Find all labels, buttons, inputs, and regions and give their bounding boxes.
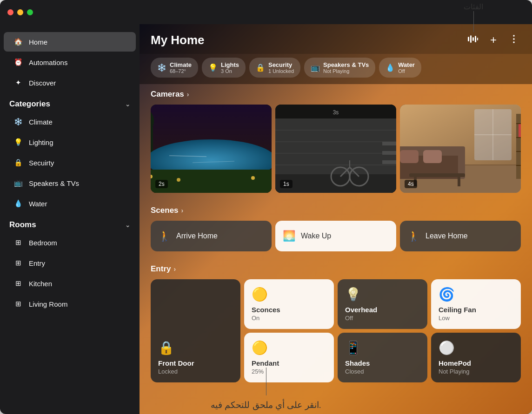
categories-header[interactable]: Categories ⌄	[0, 93, 140, 112]
sidebar-item-entry[interactable]: ⊞ Entry	[4, 253, 136, 273]
entry-grid: 🔒 Front Door Locked 🟡 Sconces	[151, 279, 521, 394]
sconces-name: Sconces	[252, 306, 326, 314]
camera-2-indicator: 3s	[333, 109, 339, 116]
pendant-status: 25%	[252, 368, 326, 375]
svg-rect-36	[275, 105, 396, 193]
annotation-top-line	[473, 11, 474, 32]
svg-rect-45	[423, 150, 442, 163]
sidebar: 🏠 Home ⏰ Automations ✦ Discover Categori…	[0, 24, 140, 414]
snowflake-icon: ❄️	[13, 117, 23, 127]
camera-1[interactable]: 2s	[151, 105, 272, 193]
svg-point-5	[513, 35, 515, 37]
sidebar-item-automations[interactable]: ⏰ Automations	[4, 53, 136, 72]
shades-status: Closed	[345, 368, 420, 375]
clock-icon: ⏰	[13, 57, 23, 67]
rooms-chevron-icon: ⌄	[125, 222, 130, 229]
climate-pill-name: Climate	[170, 61, 192, 68]
overhead-name: Overhead	[345, 306, 420, 314]
svg-rect-44	[400, 150, 419, 163]
shades-name: Shades	[345, 359, 420, 367]
svg-rect-50	[516, 123, 521, 124]
front-door-name: Front Door	[158, 359, 233, 367]
scenes-label: Scenes	[151, 206, 179, 215]
sconces-card[interactable]: 🟡 Sconces On	[244, 279, 334, 329]
camera-2[interactable]: 3s 1s	[275, 105, 396, 193]
entry-label: Entry	[151, 264, 171, 274]
scenes-header[interactable]: Scenes ›	[151, 206, 521, 215]
leave-home-button[interactable]: 🚶 Leave Home	[400, 221, 521, 251]
wake-up-label: Wake Up	[301, 232, 331, 240]
pill-water[interactable]: 💧 Water Off	[379, 58, 421, 78]
scenes-row: 🚶 Arrive Home 🌅 Wake Up 🚶 Leave Home	[151, 221, 521, 251]
homepod-status: Not Playing	[439, 368, 513, 375]
sidebar-item-security-label: Secuirty	[29, 159, 54, 167]
lights-pill-icon: 💡	[208, 63, 218, 72]
shades-card[interactable]: 📱 Shades Closed	[338, 333, 427, 382]
cameras-header[interactable]: Cameras ›	[151, 90, 521, 99]
fan-icon: 🌀	[439, 287, 513, 302]
sidebar-item-lighting[interactable]: 💡 Lighting	[4, 132, 136, 152]
pill-speakers[interactable]: 📺 Speakers & TVs Not Playing	[304, 58, 375, 78]
svg-rect-48	[458, 177, 460, 186]
sidebar-item-kitchen[interactable]: ⊞ Kitchen	[4, 274, 136, 293]
homepod-card[interactable]: ⚪ HomePod Not Playing	[431, 333, 521, 382]
close-button[interactable]	[7, 9, 13, 15]
arrive-home-button[interactable]: 🚶 Arrive Home	[151, 221, 272, 251]
sidebar-item-home-label: Home	[29, 38, 47, 46]
sidebar-item-automations-label: Automations	[29, 59, 67, 66]
arrive-home-label: Arrive Home	[176, 232, 218, 240]
homepod-name: HomePod	[439, 359, 513, 367]
sidebar-item-bedroom[interactable]: ⊞ Bedroom	[4, 233, 136, 252]
cameras-label: Cameras	[151, 90, 184, 99]
sidebar-item-living-room[interactable]: ⊞ Living Room	[4, 294, 136, 314]
tv-icon: 📺	[13, 178, 23, 188]
svg-rect-46	[409, 173, 465, 177]
maximize-button[interactable]	[27, 9, 33, 15]
homepod-icon: ⚪	[439, 340, 513, 355]
svg-point-17	[251, 176, 255, 180]
waveform-button[interactable]	[466, 33, 480, 47]
ceiling-fan-card[interactable]: 🌀 Ceiling Fan Low	[431, 279, 521, 329]
sidebar-item-entry-label: Entry	[29, 259, 45, 267]
security-pill-name: Security	[268, 61, 294, 68]
sidebar-item-bedroom-label: Bedroom	[29, 239, 57, 247]
camera-row: 2s	[151, 105, 521, 193]
sidebar-item-security[interactable]: 🔒 Secuirty	[4, 153, 136, 172]
wake-up-button[interactable]: 🌅 Wake Up	[275, 221, 396, 251]
minimize-button[interactable]	[17, 9, 23, 15]
sidebar-item-lighting-label: Lighting	[29, 138, 53, 146]
front-door-status: Locked	[158, 368, 233, 375]
sidebar-item-home[interactable]: 🏠 Home	[4, 32, 136, 52]
header-actions: +	[466, 32, 521, 48]
svg-rect-54	[519, 124, 521, 137]
pill-lights[interactable]: 💡 Lights 3 On	[202, 58, 246, 78]
front-door-card[interactable]: 🔒 Front Door Locked	[151, 279, 240, 382]
svg-rect-0	[468, 37, 469, 41]
front-door-icon: 🔒	[158, 340, 233, 355]
pill-security[interactable]: 🔒 Security 1 Unlocked	[249, 58, 300, 78]
svg-rect-51	[516, 137, 521, 138]
sidebar-item-discover[interactable]: ✦ Discover	[4, 73, 136, 92]
svg-point-7	[513, 41, 515, 43]
camera-3[interactable]: 4s	[400, 105, 521, 193]
water-pill-name: Water	[398, 61, 415, 68]
more-button[interactable]	[507, 32, 521, 48]
pendant-card[interactable]: 🟡 Pendant 25%	[244, 333, 334, 382]
bottom-annotation-line	[266, 368, 266, 395]
add-button[interactable]: +	[488, 32, 499, 48]
security-pill-sub: 1 Unlocked	[268, 68, 294, 74]
sidebar-item-discover-label: Discover	[29, 79, 56, 87]
rooms-header[interactable]: Rooms ⌄	[0, 214, 140, 232]
pendant-name: Pendant	[252, 359, 326, 367]
entry-header[interactable]: Entry ›	[151, 264, 521, 274]
cameras-section: Cameras ›	[140, 84, 532, 193]
pill-climate[interactable]: ❄️ Climate 68–72°	[151, 58, 198, 78]
sidebar-item-water[interactable]: 💧 Water	[4, 194, 136, 213]
overhead-card[interactable]: 💡 Overhead Off	[338, 279, 427, 329]
sidebar-item-speakers[interactable]: 📺 Speakers & TVs	[4, 173, 136, 193]
scenes-section: Scenes › 🚶 Arrive Home 🌅 Wake Up	[140, 200, 532, 251]
climate-pill-sub: 68–72°	[170, 68, 192, 74]
room-icon: ⊞	[13, 237, 23, 248]
sidebar-item-climate[interactable]: ❄️ Climate	[4, 112, 136, 131]
camera-2-timer: 1s	[280, 180, 293, 188]
